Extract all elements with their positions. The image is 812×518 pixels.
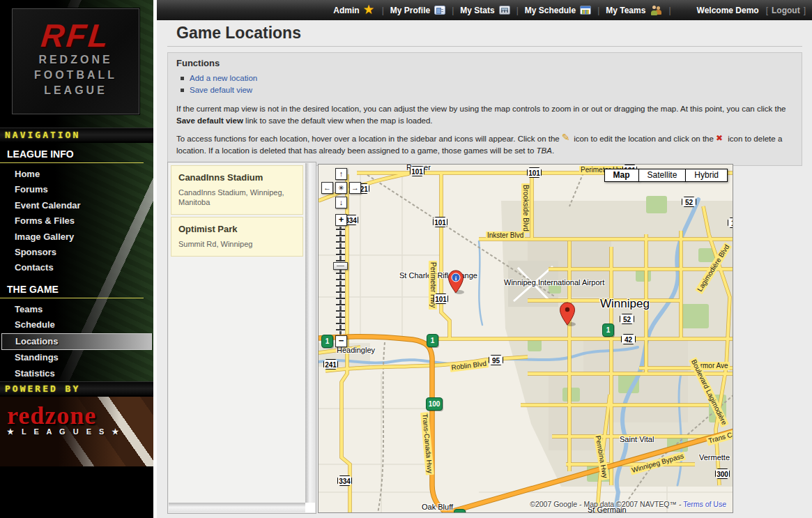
function-link[interactable]: Add a new location <box>190 73 257 84</box>
topbar-menu-item[interactable]: My Stats <box>460 6 510 15</box>
location-name: CanadInns Stadium <box>178 172 296 183</box>
map-canvas[interactable]: RosserPerimeter HwyBrookside BlvdInkster… <box>318 164 733 513</box>
league-logo-line: FOOTBALL <box>13 68 139 83</box>
sidebar: RFL REDZONE FOOTBALL LEAGUE NAVIGATION L… <box>0 0 153 518</box>
sidebar-item[interactable]: Forms & Files <box>0 213 153 229</box>
main-area: Admin | My Profile | My Stats | <box>157 0 812 518</box>
pan-left-button[interactable] <box>321 182 333 194</box>
map-label: Winnipeg <box>600 297 650 311</box>
map-label: Vermette <box>699 453 730 462</box>
redzone-logo-sub: ★ L E A G U E S ★ <box>7 427 153 436</box>
topbar-menu-icon <box>364 5 376 16</box>
topbar-menu-icon <box>580 6 591 15</box>
topbar-menu-label: Admin <box>333 6 359 15</box>
copyright-text: ©2007 Google - Map data ©2007 NAVTEQ™ - <box>530 500 683 508</box>
route-shield-icon: 101 <box>410 166 424 176</box>
vertical-scrollbar[interactable] <box>305 163 315 503</box>
map-label: Saint Vital <box>620 435 654 443</box>
zoom-in-button[interactable]: + <box>335 214 347 226</box>
map-type-button[interactable]: Satellite <box>638 169 687 182</box>
topbar-separator: | <box>668 6 671 15</box>
pan-up-button[interactable] <box>335 168 347 180</box>
league-logo-line: REDZONE <box>13 52 139 68</box>
sidebar-item[interactable]: Schedule <box>0 317 153 333</box>
topbar-menu-label: My Stats <box>460 6 494 15</box>
sidebar-section-the-game: THE GAME TeamsScheduleLocationsStandings… <box>0 282 153 381</box>
sidebar-item[interactable]: Forums <box>0 182 153 197</box>
function-link[interactable]: Save default view <box>190 84 252 96</box>
map-marker[interactable]: i <box>447 270 464 295</box>
sidebar-item[interactable]: Contacts <box>0 260 153 275</box>
league-logo-acronym: RFL <box>10 19 140 52</box>
zoom-slider-handle[interactable] <box>333 262 348 270</box>
functions-link-row: Add a new location <box>176 73 793 84</box>
sidebar-item[interactable]: Teams <box>0 302 153 317</box>
map-label: Oak Bluff <box>422 503 453 511</box>
location-address: Summit Rd, Winnipeg <box>178 239 296 249</box>
route-shield-icon: 42 <box>621 334 636 344</box>
map-marker[interactable]: i <box>559 302 576 327</box>
sidebar-item[interactable]: Sponsors <box>0 245 153 260</box>
sidebar-item[interactable]: Statistics <box>0 366 153 381</box>
location-name: Optimist Park <box>178 224 296 234</box>
locations-list: CanadInns Stadium CanadInns Stadium, Win… <box>169 163 305 503</box>
logout-bracket: [ <box>766 6 768 15</box>
functions-link-row: Save default view <box>176 84 793 96</box>
pencil-icon <box>562 134 572 143</box>
pan-center-button[interactable] <box>335 182 347 194</box>
topbar-menu-icon <box>499 6 510 15</box>
route-shield-icon: 101 <box>433 217 447 227</box>
sidebar-item[interactable]: Standings <box>0 350 153 365</box>
topbar-menu-item[interactable]: Admin <box>333 5 375 16</box>
route-shield-icon: 95 <box>489 355 503 365</box>
sidebar-item[interactable]: Home <box>0 167 153 182</box>
page-title: Game Locations <box>176 24 301 43</box>
map-label: St Charles Rifle Range <box>399 271 444 280</box>
transcanada-shield-icon: 1 <box>454 509 466 513</box>
league-logo-line: LEAGUE <box>13 83 139 98</box>
zoom-out-button[interactable]: − <box>335 335 347 347</box>
topbar-menu-item[interactable]: My Schedule <box>525 6 591 15</box>
location-card[interactable]: Optimist Park Summit Rd, Winnipeg <box>171 217 303 257</box>
transcanada-shield-icon: 1 <box>321 335 333 348</box>
zoom-slider-ticks <box>336 229 345 333</box>
map-type-button[interactable]: Hybrid <box>685 169 728 182</box>
route-shield-icon: 334 <box>337 475 352 486</box>
topbar-menu-item[interactable]: My Profile <box>390 6 445 15</box>
pan-right-button[interactable] <box>349 182 361 194</box>
logout-link[interactable]: Logout <box>772 6 800 15</box>
location-address: CanadInns Stadium, Winnipeg, Manitoba <box>178 188 296 207</box>
map-type-button[interactable]: Map <box>604 169 639 182</box>
topbar-menu-label: My Schedule <box>525 6 576 15</box>
powered-by-banner: POWERED BY <box>0 381 153 397</box>
functions-box: Functions Add a new location Save defaul… <box>167 52 802 166</box>
route-shield-icon: 101 <box>527 167 542 178</box>
welcome-text: Welcome Demo <box>697 6 759 15</box>
delete-x-icon <box>716 134 726 143</box>
transcanada-shield-icon: 1 <box>602 323 614 337</box>
sidebar-section-league-info: LEAGUE INFO HomeForumsEvent CalendarForm… <box>0 146 153 276</box>
horizontal-scrollbar[interactable] <box>169 503 305 512</box>
terms-of-use-link[interactable]: Terms of Use <box>683 500 726 508</box>
topbar-separator: | <box>452 6 454 15</box>
map-label: Winnipeg International Airport <box>504 278 550 287</box>
instructions-paragraph-1: If the current map view is not in the de… <box>176 103 793 127</box>
sidebar-item[interactable]: Locations <box>1 333 152 350</box>
route-shield-icon: 52 <box>620 314 634 324</box>
functions-links: Add a new location Save default view <box>176 73 793 96</box>
topbar-separator: | <box>382 6 384 15</box>
sidebar-item[interactable]: Event Calendar <box>0 198 153 213</box>
scrollbar-corner <box>305 503 315 512</box>
route-shield-icon: 241 <box>323 359 338 370</box>
sidebar-item[interactable]: Image Gallery <box>0 229 153 245</box>
section-title: LEAGUE INFO <box>0 146 144 163</box>
route-shield-icon: 52 <box>682 197 696 207</box>
league-logo: RFL REDZONE FOOTBALL LEAGUE <box>12 8 139 114</box>
topbar-menu-item[interactable]: My Teams <box>606 5 662 15</box>
map-label: Brookside Blvd <box>521 183 530 233</box>
topbar-menu-label: My Teams <box>606 6 645 15</box>
pan-down-button[interactable] <box>335 197 347 208</box>
location-card[interactable]: CanadInns Stadium CanadInns Stadium, Win… <box>171 165 303 215</box>
redzone-leagues-logo: redzone ★ L E A G U E S ★ <box>0 397 153 466</box>
logout-bracket: ] <box>804 6 806 15</box>
